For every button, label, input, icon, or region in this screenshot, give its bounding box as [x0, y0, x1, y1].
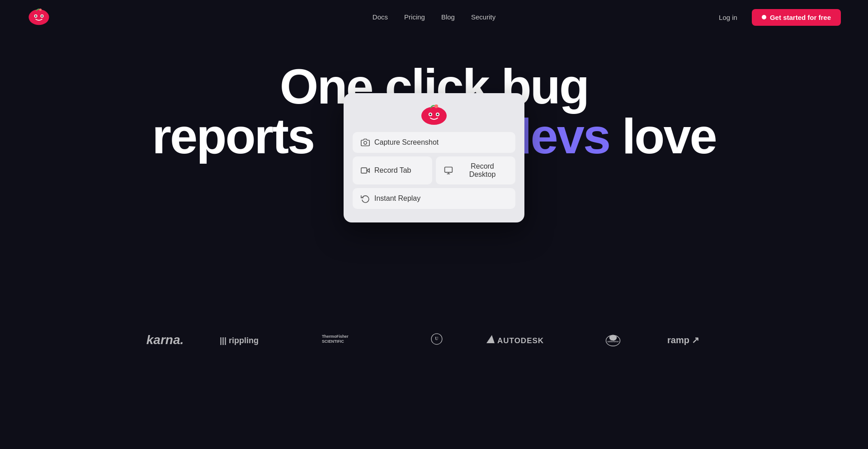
svg-text:ramp ↗: ramp ↗ [667, 335, 699, 345]
svg-point-11 [434, 104, 438, 108]
logo-autodesk: AUTODESK [486, 333, 559, 347]
svg-point-0 [28, 9, 49, 25]
svg-marker-13 [367, 169, 369, 172]
camera-icon [361, 138, 370, 147]
svg-point-10 [437, 113, 439, 115]
logo-unilever: U [423, 333, 450, 347]
instant-replay-item[interactable]: Instant Replay [353, 188, 515, 209]
svg-marker-23 [486, 335, 495, 343]
logo-salesforce: salesforce [595, 333, 631, 347]
nav-pricing[interactable]: Pricing [404, 13, 425, 21]
get-started-button[interactable]: Get started for free [752, 9, 841, 26]
popup-record-row: Record Tab Record Desktop [353, 156, 515, 184]
nav-docs[interactable]: Docs [373, 13, 388, 21]
svg-text:U: U [435, 336, 439, 341]
popup-logo-row [353, 103, 515, 126]
svg-point-12 [364, 142, 367, 145]
nav-links: Docs Pricing Blog Security [373, 13, 495, 21]
svg-rect-15 [445, 167, 453, 173]
capture-screenshot-item[interactable]: Capture Screenshot [353, 132, 515, 153]
record-dot-icon [762, 15, 766, 19]
svg-point-5 [39, 9, 42, 11]
nav-actions: Log in Get started for free [710, 9, 841, 26]
popup-card: Capture Screenshot Record Tab [344, 93, 524, 222]
logos-section: karna. ||| rippling ThermoFisher SCIENTI… [0, 306, 868, 374]
logo-ramp: ramp ↗ [667, 333, 722, 347]
svg-point-26 [609, 335, 617, 341]
svg-point-3 [35, 15, 36, 17]
logo-thermofisher: ThermoFisher SCIENTIFIC [315, 333, 387, 347]
svg-rect-14 [361, 168, 367, 173]
svg-text:||| rippling: ||| rippling [220, 336, 259, 345]
svg-text:ThermoFisher: ThermoFisher [322, 334, 349, 339]
navbar: Docs Pricing Blog Security Log in Get st… [0, 0, 868, 34]
replay-icon [361, 194, 370, 203]
svg-point-9 [429, 113, 431, 115]
svg-text:salesforce: salesforce [608, 340, 619, 343]
record-tab-item[interactable]: Record Tab [353, 156, 432, 184]
svg-point-4 [41, 15, 42, 17]
logo-rippling: ||| rippling [220, 333, 278, 347]
monitor-icon [444, 166, 453, 175]
nav-security[interactable]: Security [471, 13, 495, 21]
hero-text: One click bug reports devs love [152, 61, 716, 161]
logo[interactable] [27, 8, 51, 26]
record-desktop-item[interactable]: Record Desktop [436, 156, 515, 184]
login-button[interactable]: Log in [710, 10, 746, 25]
svg-text:AUTODESK: AUTODESK [497, 336, 544, 345]
svg-point-6 [421, 107, 447, 125]
nav-blog[interactable]: Blog [441, 13, 455, 21]
svg-text:SCIENTIFIC: SCIENTIFIC [322, 339, 344, 344]
video-icon [361, 166, 370, 175]
hero-section: One click bug reports devs love [0, 34, 868, 161]
logo-karna: karna. [146, 333, 184, 347]
